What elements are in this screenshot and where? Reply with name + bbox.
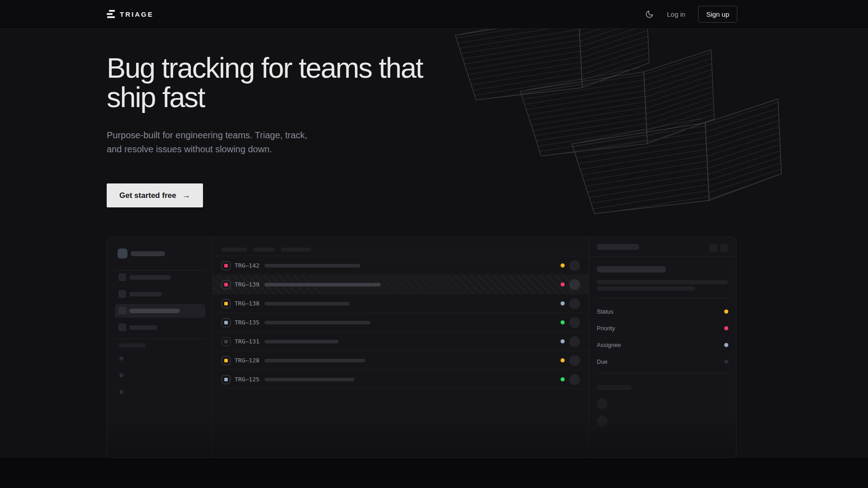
field-value-dot (724, 360, 728, 364)
moon-icon (645, 10, 654, 19)
mockup-sidebar (107, 237, 212, 457)
issue-title-skeleton (264, 264, 360, 267)
assignee-avatar (569, 336, 580, 347)
sidebar-nav-label-skeleton (129, 325, 157, 330)
issue-list-header (212, 237, 589, 256)
issue-title-skeleton (264, 321, 370, 324)
sidebar-dot-skeleton (119, 357, 123, 361)
field-value-dot (724, 326, 728, 330)
sidebar-section-skeleton (119, 343, 146, 347)
triage-bars-icon (107, 10, 115, 19)
detail-text-skeleton (597, 286, 695, 291)
detail-title-skeleton (597, 266, 666, 272)
theme-toggle-button[interactable] (645, 10, 654, 19)
avatar-skeleton (597, 398, 608, 409)
issue-row[interactable]: TRG–138 (212, 294, 589, 313)
detail-field-row: Priority (597, 324, 728, 333)
detail-divider (597, 298, 728, 299)
filter-pill-skeleton (253, 248, 275, 252)
signup-button[interactable]: Sign up (698, 6, 737, 23)
sidebar-dot-skeleton (119, 390, 123, 394)
sidebar-title-skeleton (131, 251, 165, 256)
status-dot (561, 320, 565, 324)
issue-type-icon (222, 375, 231, 384)
status-dot (561, 339, 565, 343)
footer-band (0, 458, 868, 488)
login-link[interactable]: Log in (667, 10, 685, 18)
field-value-dot (724, 343, 728, 347)
assignee-avatar (569, 374, 580, 385)
assignee-avatar (569, 298, 580, 309)
sidebar-nav-icon-skeleton (118, 307, 126, 314)
detail-divider (597, 373, 728, 373)
issue-list: TRG–142 TRG–139 TRG–138 TRG–135 TRG–131 … (212, 237, 589, 457)
filter-pill-skeleton (281, 248, 311, 252)
issue-title-skeleton (264, 359, 365, 362)
issue-title-skeleton (264, 378, 354, 381)
issue-type-icon (222, 280, 231, 289)
sidebar-nav-label-skeleton (129, 292, 162, 296)
issue-detail-panel: Status Priority Assignee Due (589, 237, 736, 457)
field-label: Priority (597, 325, 615, 332)
detail-footer-skeleton (597, 385, 632, 390)
brand-logo[interactable]: TRIAGE (107, 10, 154, 19)
issue-title-skeleton (264, 283, 381, 286)
issue-id: TRG–135 (235, 319, 264, 326)
assignee-avatar (569, 317, 580, 328)
hero-title: Bug tracking for teams that ship fast (107, 53, 423, 112)
issue-title-skeleton (264, 340, 339, 343)
detail-action-skeleton[interactable] (709, 244, 717, 252)
issue-type-icon (222, 318, 231, 327)
sidebar-nav-icon-skeleton (118, 273, 126, 281)
issue-row[interactable]: TRG–135 (212, 313, 589, 332)
issue-rows: TRG–142 TRG–139 TRG–138 TRG–135 TRG–131 … (212, 256, 589, 389)
issue-id: TRG–142 (235, 262, 264, 269)
detail-field-row: Assignee (597, 340, 728, 349)
detail-header-skeleton (597, 244, 639, 250)
issue-row[interactable]: TRG–125 (212, 370, 589, 389)
issue-row[interactable]: TRG–142 (212, 256, 589, 275)
sidebar-nav-icon-skeleton (118, 324, 126, 331)
field-label: Due (597, 358, 608, 365)
hero-section: Bug tracking for teams that ship fast Pu… (0, 29, 868, 207)
field-label: Assignee (597, 342, 621, 348)
issue-title-skeleton (264, 302, 349, 305)
issue-id: TRG–139 (235, 281, 264, 288)
issue-type-icon (222, 261, 231, 270)
field-value-dot (724, 310, 728, 314)
detail-field-row: Status (597, 307, 728, 316)
status-dot (561, 282, 565, 286)
issue-type-icon (222, 356, 231, 365)
get-started-button[interactable]: Get started free → (107, 183, 203, 207)
assignee-avatar (569, 260, 580, 271)
detail-action-skeleton[interactable] (720, 244, 728, 252)
sidebar-divider (114, 338, 205, 339)
app-mockup-card: TRG–142 TRG–139 TRG–138 TRG–135 TRG–131 … (107, 237, 736, 458)
arrow-right-icon: → (182, 191, 190, 200)
status-dot (561, 358, 565, 362)
assignee-avatar (569, 279, 580, 290)
top-nav: TRIAGE Log in Sign up (0, 0, 868, 29)
status-dot (561, 301, 565, 305)
issue-id: TRG–131 (235, 338, 264, 345)
issue-type-icon (222, 299, 231, 308)
issue-id: TRG–125 (235, 376, 264, 383)
issue-row[interactable]: TRG–139 (212, 275, 589, 294)
issue-type-icon (222, 337, 231, 346)
cta-label: Get started free (119, 191, 176, 200)
sidebar-nav-icon-skeleton (118, 290, 126, 298)
issue-id: TRG–138 (235, 300, 264, 307)
issue-row[interactable]: TRG–131 (212, 332, 589, 351)
issue-row[interactable]: TRG–128 (212, 351, 589, 370)
detail-field-row: Due (597, 357, 728, 366)
avatar-skeleton (597, 416, 608, 427)
sidebar-dot-skeleton (119, 373, 123, 377)
status-dot (561, 377, 565, 381)
filter-pill-skeleton (222, 248, 247, 252)
detail-divider (589, 256, 736, 257)
detail-text-skeleton (597, 280, 728, 284)
status-dot (561, 263, 565, 267)
hero-subtitle: Purpose-built for engineering teams. Tri… (107, 128, 324, 156)
sidebar-divider (114, 270, 205, 271)
sidebar-nav-label-skeleton (129, 275, 171, 280)
